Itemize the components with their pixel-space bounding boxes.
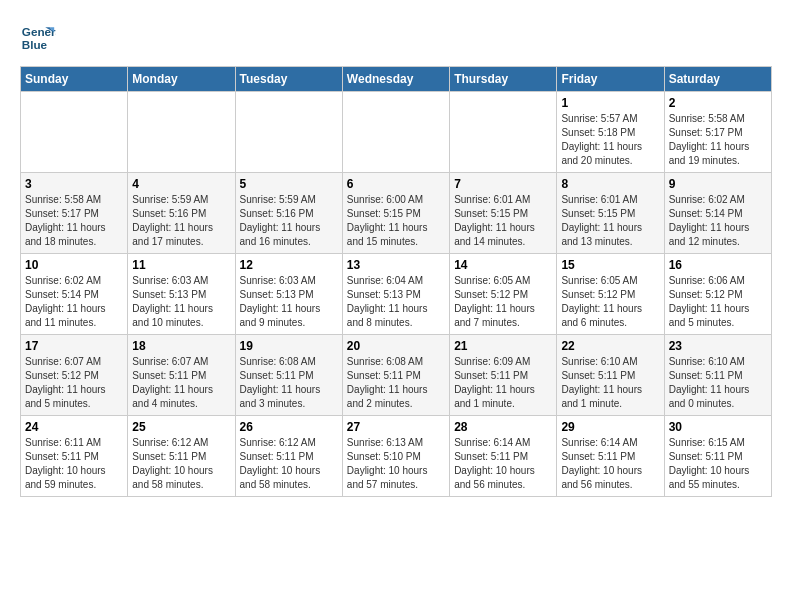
- day-info: Sunrise: 6:02 AM Sunset: 5:14 PM Dayligh…: [25, 274, 123, 330]
- calendar-cell: 2Sunrise: 5:58 AM Sunset: 5:17 PM Daylig…: [664, 92, 771, 173]
- svg-text:General: General: [22, 25, 56, 38]
- header-monday: Monday: [128, 67, 235, 92]
- day-info: Sunrise: 6:12 AM Sunset: 5:11 PM Dayligh…: [240, 436, 338, 492]
- calendar-cell: 5Sunrise: 5:59 AM Sunset: 5:16 PM Daylig…: [235, 173, 342, 254]
- day-info: Sunrise: 6:06 AM Sunset: 5:12 PM Dayligh…: [669, 274, 767, 330]
- calendar-cell: 27Sunrise: 6:13 AM Sunset: 5:10 PM Dayli…: [342, 416, 449, 497]
- day-number: 25: [132, 420, 230, 434]
- calendar-cell: 13Sunrise: 6:04 AM Sunset: 5:13 PM Dayli…: [342, 254, 449, 335]
- day-number: 18: [132, 339, 230, 353]
- week-row-2: 3Sunrise: 5:58 AM Sunset: 5:17 PM Daylig…: [21, 173, 772, 254]
- day-info: Sunrise: 6:03 AM Sunset: 5:13 PM Dayligh…: [132, 274, 230, 330]
- day-info: Sunrise: 6:14 AM Sunset: 5:11 PM Dayligh…: [561, 436, 659, 492]
- header-wednesday: Wednesday: [342, 67, 449, 92]
- day-number: 22: [561, 339, 659, 353]
- day-number: 11: [132, 258, 230, 272]
- calendar-cell: 16Sunrise: 6:06 AM Sunset: 5:12 PM Dayli…: [664, 254, 771, 335]
- day-number: 27: [347, 420, 445, 434]
- day-info: Sunrise: 6:05 AM Sunset: 5:12 PM Dayligh…: [561, 274, 659, 330]
- calendar-cell: 21Sunrise: 6:09 AM Sunset: 5:11 PM Dayli…: [450, 335, 557, 416]
- day-number: 14: [454, 258, 552, 272]
- day-info: Sunrise: 6:10 AM Sunset: 5:11 PM Dayligh…: [669, 355, 767, 411]
- day-info: Sunrise: 6:01 AM Sunset: 5:15 PM Dayligh…: [454, 193, 552, 249]
- day-number: 30: [669, 420, 767, 434]
- day-info: Sunrise: 6:08 AM Sunset: 5:11 PM Dayligh…: [347, 355, 445, 411]
- calendar-cell: 24Sunrise: 6:11 AM Sunset: 5:11 PM Dayli…: [21, 416, 128, 497]
- day-info: Sunrise: 6:05 AM Sunset: 5:12 PM Dayligh…: [454, 274, 552, 330]
- calendar-cell: 1Sunrise: 5:57 AM Sunset: 5:18 PM Daylig…: [557, 92, 664, 173]
- day-number: 4: [132, 177, 230, 191]
- day-info: Sunrise: 6:11 AM Sunset: 5:11 PM Dayligh…: [25, 436, 123, 492]
- calendar-cell: [235, 92, 342, 173]
- calendar-cell: 14Sunrise: 6:05 AM Sunset: 5:12 PM Dayli…: [450, 254, 557, 335]
- logo-icon: General Blue: [20, 20, 56, 56]
- day-number: 7: [454, 177, 552, 191]
- day-number: 9: [669, 177, 767, 191]
- page-header: General Blue: [20, 20, 772, 56]
- day-info: Sunrise: 6:07 AM Sunset: 5:12 PM Dayligh…: [25, 355, 123, 411]
- calendar-cell: 25Sunrise: 6:12 AM Sunset: 5:11 PM Dayli…: [128, 416, 235, 497]
- calendar-cell: 6Sunrise: 6:00 AM Sunset: 5:15 PM Daylig…: [342, 173, 449, 254]
- day-number: 12: [240, 258, 338, 272]
- day-number: 15: [561, 258, 659, 272]
- day-number: 13: [347, 258, 445, 272]
- calendar-cell: 23Sunrise: 6:10 AM Sunset: 5:11 PM Dayli…: [664, 335, 771, 416]
- day-info: Sunrise: 6:10 AM Sunset: 5:11 PM Dayligh…: [561, 355, 659, 411]
- day-info: Sunrise: 6:08 AM Sunset: 5:11 PM Dayligh…: [240, 355, 338, 411]
- day-number: 17: [25, 339, 123, 353]
- day-number: 8: [561, 177, 659, 191]
- calendar-cell: 30Sunrise: 6:15 AM Sunset: 5:11 PM Dayli…: [664, 416, 771, 497]
- calendar-cell: 17Sunrise: 6:07 AM Sunset: 5:12 PM Dayli…: [21, 335, 128, 416]
- calendar-cell: 15Sunrise: 6:05 AM Sunset: 5:12 PM Dayli…: [557, 254, 664, 335]
- logo: General Blue: [20, 20, 56, 56]
- calendar-cell: [450, 92, 557, 173]
- header-saturday: Saturday: [664, 67, 771, 92]
- calendar-cell: 29Sunrise: 6:14 AM Sunset: 5:11 PM Dayli…: [557, 416, 664, 497]
- day-number: 1: [561, 96, 659, 110]
- calendar-cell: 11Sunrise: 6:03 AM Sunset: 5:13 PM Dayli…: [128, 254, 235, 335]
- day-info: Sunrise: 6:01 AM Sunset: 5:15 PM Dayligh…: [561, 193, 659, 249]
- calendar-cell: 12Sunrise: 6:03 AM Sunset: 5:13 PM Dayli…: [235, 254, 342, 335]
- day-info: Sunrise: 6:02 AM Sunset: 5:14 PM Dayligh…: [669, 193, 767, 249]
- day-info: Sunrise: 5:57 AM Sunset: 5:18 PM Dayligh…: [561, 112, 659, 168]
- day-info: Sunrise: 5:58 AM Sunset: 5:17 PM Dayligh…: [25, 193, 123, 249]
- day-number: 16: [669, 258, 767, 272]
- day-info: Sunrise: 6:07 AM Sunset: 5:11 PM Dayligh…: [132, 355, 230, 411]
- day-info: Sunrise: 6:09 AM Sunset: 5:11 PM Dayligh…: [454, 355, 552, 411]
- day-info: Sunrise: 5:59 AM Sunset: 5:16 PM Dayligh…: [240, 193, 338, 249]
- calendar-cell: 22Sunrise: 6:10 AM Sunset: 5:11 PM Dayli…: [557, 335, 664, 416]
- calendar-cell: 4Sunrise: 5:59 AM Sunset: 5:16 PM Daylig…: [128, 173, 235, 254]
- week-row-1: 1Sunrise: 5:57 AM Sunset: 5:18 PM Daylig…: [21, 92, 772, 173]
- day-number: 26: [240, 420, 338, 434]
- calendar-cell: 7Sunrise: 6:01 AM Sunset: 5:15 PM Daylig…: [450, 173, 557, 254]
- day-number: 23: [669, 339, 767, 353]
- calendar-cell: 18Sunrise: 6:07 AM Sunset: 5:11 PM Dayli…: [128, 335, 235, 416]
- day-info: Sunrise: 6:15 AM Sunset: 5:11 PM Dayligh…: [669, 436, 767, 492]
- day-info: Sunrise: 6:13 AM Sunset: 5:10 PM Dayligh…: [347, 436, 445, 492]
- header-thursday: Thursday: [450, 67, 557, 92]
- day-info: Sunrise: 6:14 AM Sunset: 5:11 PM Dayligh…: [454, 436, 552, 492]
- calendar-cell: 8Sunrise: 6:01 AM Sunset: 5:15 PM Daylig…: [557, 173, 664, 254]
- svg-text:Blue: Blue: [22, 38, 48, 51]
- day-number: 10: [25, 258, 123, 272]
- week-row-5: 24Sunrise: 6:11 AM Sunset: 5:11 PM Dayli…: [21, 416, 772, 497]
- day-number: 19: [240, 339, 338, 353]
- day-number: 29: [561, 420, 659, 434]
- week-row-3: 10Sunrise: 6:02 AM Sunset: 5:14 PM Dayli…: [21, 254, 772, 335]
- calendar: SundayMondayTuesdayWednesdayThursdayFrid…: [20, 66, 772, 497]
- day-number: 21: [454, 339, 552, 353]
- week-row-4: 17Sunrise: 6:07 AM Sunset: 5:12 PM Dayli…: [21, 335, 772, 416]
- calendar-cell: 20Sunrise: 6:08 AM Sunset: 5:11 PM Dayli…: [342, 335, 449, 416]
- day-number: 5: [240, 177, 338, 191]
- header-sunday: Sunday: [21, 67, 128, 92]
- day-number: 20: [347, 339, 445, 353]
- calendar-cell: 3Sunrise: 5:58 AM Sunset: 5:17 PM Daylig…: [21, 173, 128, 254]
- calendar-cell: 26Sunrise: 6:12 AM Sunset: 5:11 PM Dayli…: [235, 416, 342, 497]
- day-number: 6: [347, 177, 445, 191]
- day-number: 3: [25, 177, 123, 191]
- day-info: Sunrise: 5:58 AM Sunset: 5:17 PM Dayligh…: [669, 112, 767, 168]
- calendar-cell: 19Sunrise: 6:08 AM Sunset: 5:11 PM Dayli…: [235, 335, 342, 416]
- weekday-header-row: SundayMondayTuesdayWednesdayThursdayFrid…: [21, 67, 772, 92]
- header-tuesday: Tuesday: [235, 67, 342, 92]
- day-number: 28: [454, 420, 552, 434]
